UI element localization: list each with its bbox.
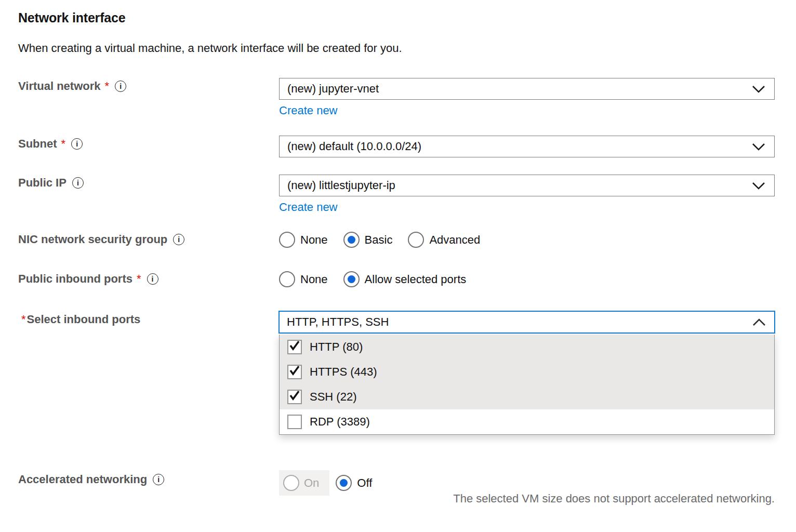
subnet-value: (new) default (10.0.0.0/24) — [287, 140, 421, 153]
radio-circle-selected — [343, 232, 360, 248]
chevron-down-icon — [752, 143, 765, 151]
option-label: HTTP (80) — [310, 340, 363, 354]
option-label: HTTPS (443) — [310, 365, 377, 379]
virtual-network-label-text: Virtual network — [18, 79, 101, 93]
accelerated-networking-label-text: Accelerated networking — [18, 473, 147, 486]
section-description: When creating a virtual machine, a netwo… — [18, 42, 402, 55]
subnet-label-text: Subnet — [18, 137, 57, 151]
radio-label: None — [300, 273, 328, 286]
public-ip-label: Public IP i — [18, 176, 84, 190]
chevron-down-icon — [752, 182, 765, 190]
radio-accel-on-disabled: On — [279, 470, 329, 496]
public-inbound-ports-label: Public inbound ports * i — [18, 272, 158, 286]
radio-circle-unselected — [279, 232, 295, 248]
public-ip-dropdown[interactable]: (new) littlestjupyter-ip — [279, 175, 775, 196]
checkmark-icon — [288, 389, 301, 405]
radio-circle-selected — [343, 271, 360, 287]
virtual-network-dropdown[interactable]: (new) jupyter-vnet — [279, 78, 775, 100]
radio-accel-off[interactable]: Off — [336, 475, 372, 491]
select-inbound-ports-label: * Select inbound ports — [21, 313, 140, 326]
checkbox-checked — [287, 340, 302, 354]
option-rdp-3389[interactable]: RDP (3389) — [280, 409, 774, 434]
checkbox-checked — [287, 390, 302, 404]
info-icon[interactable]: i — [147, 273, 158, 285]
option-label: RDP (3389) — [310, 415, 370, 429]
radio-circle-unselected — [408, 232, 424, 248]
radio-label: Advanced — [429, 233, 480, 247]
chevron-up-icon — [752, 318, 766, 326]
accelerated-networking-note: The selected VM size does not support ac… — [453, 492, 775, 506]
subnet-dropdown[interactable]: (new) default (10.0.0.0/24) — [279, 136, 775, 157]
radio-circle-disabled — [283, 475, 299, 491]
checkmark-icon — [288, 339, 301, 355]
inbound-ports-option-list: HTTP (80) HTTPS (443) SSH (22) RDP (3389… — [279, 335, 775, 435]
radio-label: None — [300, 233, 328, 247]
radio-label: Allow selected ports — [365, 273, 467, 286]
network-interface-section: Network interface When creating a virtua… — [0, 0, 796, 532]
virtual-network-label: Virtual network * i — [18, 79, 126, 93]
subnet-label: Subnet * i — [18, 137, 83, 151]
public-inbound-ports-radio-group: None Allow selected ports — [279, 271, 466, 287]
section-title: Network interface — [18, 10, 125, 25]
select-inbound-ports-dropdown[interactable]: HTTP, HTTPS, SSH — [278, 311, 775, 334]
nic-nsg-label: NIC network security group i — [18, 233, 184, 246]
radio-circle-unselected — [279, 271, 295, 287]
info-icon[interactable]: i — [173, 234, 184, 245]
radio-nsg-advanced[interactable]: Advanced — [408, 232, 480, 248]
select-inbound-ports-value: HTTP, HTTPS, SSH — [287, 315, 389, 329]
select-inbound-ports-label-text: Select inbound ports — [27, 313, 141, 326]
info-icon[interactable]: i — [153, 474, 164, 485]
info-icon[interactable]: i — [115, 81, 126, 92]
radio-label: Off — [357, 476, 372, 490]
checkbox-unchecked — [287, 415, 302, 429]
nic-nsg-label-text: NIC network security group — [18, 233, 167, 246]
required-asterisk: * — [137, 272, 141, 286]
accelerated-networking-label: Accelerated networking i — [18, 473, 164, 486]
virtual-network-value: (new) jupyter-vnet — [287, 82, 379, 96]
radio-label: On — [304, 476, 319, 490]
option-https-443[interactable]: HTTPS (443) — [280, 360, 774, 384]
radio-circle-selected — [336, 475, 352, 491]
public-ip-label-text: Public IP — [18, 176, 67, 190]
public-ip-create-new-link[interactable]: Create new — [279, 201, 338, 214]
option-ssh-22[interactable]: SSH (22) — [280, 384, 774, 409]
info-icon[interactable]: i — [71, 138, 83, 150]
virtual-network-create-new-link[interactable]: Create new — [279, 104, 338, 117]
option-label: SSH (22) — [310, 390, 356, 404]
radio-inbound-allow-selected[interactable]: Allow selected ports — [343, 271, 467, 287]
accelerated-networking-radio-group: On Off — [279, 470, 372, 496]
public-ip-value: (new) littlestjupyter-ip — [287, 179, 395, 192]
required-asterisk: * — [105, 79, 110, 93]
radio-inbound-none[interactable]: None — [279, 271, 328, 287]
radio-nsg-none[interactable]: None — [279, 232, 328, 248]
required-asterisk: * — [21, 313, 26, 326]
nic-nsg-radio-group: None Basic Advanced — [279, 232, 480, 248]
public-inbound-ports-label-text: Public inbound ports — [18, 272, 132, 286]
info-icon[interactable]: i — [72, 177, 84, 189]
checkbox-checked — [287, 365, 302, 379]
required-asterisk: * — [61, 137, 66, 151]
chevron-down-icon — [752, 85, 765, 93]
radio-label: Basic — [365, 233, 393, 247]
checkmark-icon — [288, 364, 301, 380]
radio-nsg-basic[interactable]: Basic — [343, 232, 393, 248]
option-http-80[interactable]: HTTP (80) — [280, 335, 774, 360]
